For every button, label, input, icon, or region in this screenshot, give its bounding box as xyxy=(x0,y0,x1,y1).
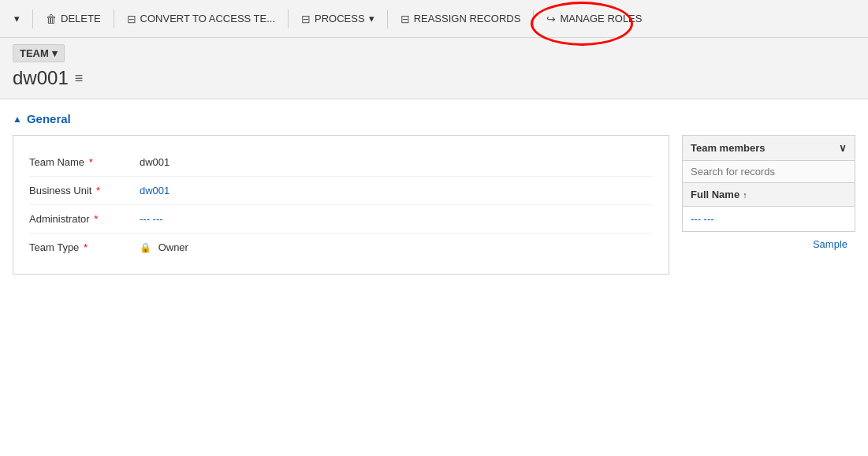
business-unit-label-text: Business Unit xyxy=(29,185,91,196)
lock-icon: 🔒 xyxy=(140,242,151,253)
record-title-text: dw001 xyxy=(13,67,69,89)
form-row-administrator: Administrator * --- --- xyxy=(29,205,653,234)
team-type-text: Owner xyxy=(158,241,188,253)
right-panel-row: --- --- xyxy=(682,207,855,232)
process-label: PROCESS xyxy=(315,13,365,24)
business-unit-required-star: * xyxy=(96,185,100,196)
manage-roles-label: MANAGE ROLES xyxy=(560,13,642,24)
process-arrow-icon: ▾ xyxy=(369,13,374,24)
sort-ascending-icon[interactable]: ↑ xyxy=(743,190,747,200)
section-collapse-icon[interactable]: ▲ xyxy=(13,114,22,125)
team-label: TEAM xyxy=(20,47,49,59)
toolbar: ▾ 🗑 DELETE ⊟ CONVERT TO ACCESS TE... ⊟ P… xyxy=(0,0,868,38)
right-panel: Team members ∨ Full Name ↑ --- --- Sampl… xyxy=(682,135,855,275)
team-type-label-text: Team Type xyxy=(29,241,79,253)
administrator-value[interactable]: --- --- xyxy=(140,213,163,225)
reassign-label: REASSIGN RECORDS xyxy=(414,13,521,24)
toolbar-divider-3 xyxy=(288,9,289,28)
business-unit-value[interactable]: dw001 xyxy=(140,185,170,196)
right-panel-footer-label: Sample xyxy=(813,238,848,250)
convert-button[interactable]: ⊟ CONVERT TO ACCESS TE... xyxy=(119,8,283,30)
main-content: ▲ General Team Name * dw001 Business Uni… xyxy=(0,99,868,287)
record-title-row: dw001 ≡ xyxy=(13,67,855,89)
convert-label: CONVERT TO ACCESS TE... xyxy=(140,13,275,24)
team-name-required-star: * xyxy=(89,156,93,168)
header-area: TEAM ▾ dw001 ≡ xyxy=(0,38,868,99)
team-dropdown-arrow-icon: ▾ xyxy=(52,47,58,59)
reassign-button[interactable]: ⊟ REASSIGN RECORDS xyxy=(393,8,529,30)
delete-icon: 🗑 xyxy=(46,13,57,25)
full-name-label: Full Name xyxy=(691,189,739,200)
dropdown-button[interactable]: ▾ xyxy=(6,8,28,29)
record-menu-icon[interactable]: ≡ xyxy=(75,70,84,87)
delete-button[interactable]: 🗑 DELETE xyxy=(38,8,109,30)
toolbar-divider-1 xyxy=(32,9,33,28)
right-panel-row-value: --- --- xyxy=(691,213,714,225)
section-header: ▲ General xyxy=(13,112,855,125)
search-input[interactable] xyxy=(682,161,855,183)
form-row-team-name: Team Name * dw001 xyxy=(29,148,653,177)
team-members-label: Team members xyxy=(691,142,765,154)
team-name-value: dw001 xyxy=(140,156,170,168)
team-members-dropdown-icon[interactable]: ∨ xyxy=(839,142,847,154)
team-name-label-text: Team Name xyxy=(29,156,84,168)
reassign-icon: ⊟ xyxy=(400,13,410,25)
convert-icon: ⊟ xyxy=(127,13,136,25)
right-panel-footer[interactable]: Sample xyxy=(682,232,855,256)
team-name-label: Team Name * xyxy=(29,156,140,168)
team-type-required-star: * xyxy=(84,241,88,253)
administrator-required-star: * xyxy=(94,213,98,225)
section-title: General xyxy=(27,112,71,125)
team-type-label: Team Type * xyxy=(29,241,140,253)
content-layout: Team Name * dw001 Business Unit * dw001 … xyxy=(13,135,855,275)
team-members-header: Team members ∨ xyxy=(682,135,855,161)
toolbar-divider-5 xyxy=(533,9,534,28)
process-button[interactable]: ⊟ PROCESS ▾ xyxy=(293,8,382,30)
toolbar-divider-4 xyxy=(387,9,388,28)
toolbar-divider-2 xyxy=(114,9,114,28)
full-name-header: Full Name ↑ xyxy=(682,183,855,207)
administrator-label-text: Administrator xyxy=(29,213,90,225)
dropdown-arrow-icon: ▾ xyxy=(14,13,20,24)
delete-label: DELETE xyxy=(61,13,101,24)
team-dropdown[interactable]: TEAM ▾ xyxy=(13,44,65,62)
manage-roles-icon: ↪ xyxy=(546,13,556,25)
form-panel: Team Name * dw001 Business Unit * dw001 … xyxy=(13,135,669,275)
process-icon: ⊟ xyxy=(301,13,311,25)
team-type-value: 🔒 Owner xyxy=(140,241,188,253)
administrator-label: Administrator * xyxy=(29,213,140,225)
form-row-team-type: Team Type * 🔒 Owner xyxy=(29,234,653,261)
form-row-business-unit: Business Unit * dw001 xyxy=(29,177,653,205)
manage-roles-button[interactable]: ↪ MANAGE ROLES xyxy=(538,8,650,30)
business-unit-label: Business Unit * xyxy=(29,185,140,196)
